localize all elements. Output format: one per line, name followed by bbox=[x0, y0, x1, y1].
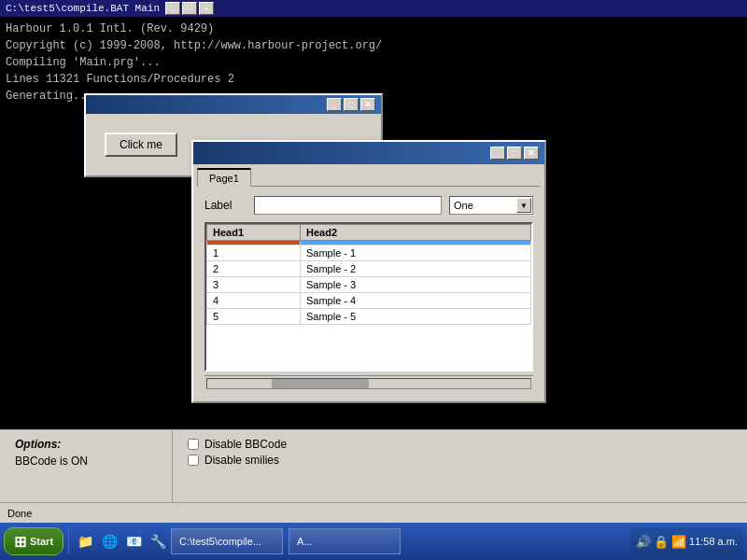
grid-cell: Sample - 2 bbox=[301, 261, 531, 277]
terminal-line-3: Compiling 'Main.prg'... bbox=[6, 54, 741, 71]
table-row[interactable]: 5 Sample - 5 bbox=[207, 309, 531, 325]
terminal-close-btn[interactable]: ✕ bbox=[199, 2, 214, 15]
terminal-line-4: Lines 11321 Functions/Procedures 2 bbox=[6, 71, 741, 88]
data-grid: Head1 Head2 1 Sample - 1 bbox=[206, 224, 531, 325]
status-text: Done bbox=[7, 508, 32, 519]
taskbar-icon-4[interactable]: 🔧 bbox=[147, 530, 169, 553]
grid-cell: 1 bbox=[207, 245, 301, 261]
grid-cell: Sample - 3 bbox=[301, 277, 531, 293]
taskbar-item-compile[interactable]: C:\test5\compile... bbox=[171, 528, 283, 554]
taskbar-separator bbox=[68, 528, 69, 554]
table-row[interactable]: 1 Sample - 1 bbox=[207, 245, 531, 261]
dialog-behind-restore-btn[interactable]: □ bbox=[344, 98, 359, 111]
status-bar: Done bbox=[0, 502, 747, 523]
tab-page1[interactable]: Page1 bbox=[197, 168, 251, 187]
taskbar-icon-3[interactable]: 📧 bbox=[122, 530, 145, 553]
dialog-main-restore-btn[interactable]: □ bbox=[507, 147, 522, 160]
start-label: Start bbox=[30, 536, 53, 547]
disable-bbcode-row: Disable BBCode bbox=[188, 438, 287, 451]
windows-logo-icon: ⊞ bbox=[14, 533, 26, 551]
dialog-main-controls: _ □ ✕ bbox=[490, 147, 539, 160]
terminal-title: C:\test5\compile.BAT Main bbox=[6, 3, 160, 14]
terminal-title-bar: C:\test5\compile.BAT Main _ □ ✕ bbox=[0, 0, 747, 17]
disable-smilies-label: Disable smilies bbox=[204, 454, 279, 467]
table-row[interactable]: 2 Sample - 2 bbox=[207, 261, 531, 277]
dropdown-select[interactable]: One Two Three bbox=[449, 196, 533, 215]
disable-smilies-row: Disable smilies bbox=[188, 454, 287, 467]
start-button[interactable]: ⊞ Start bbox=[4, 527, 63, 555]
table-row[interactable]: 4 Sample - 4 bbox=[207, 293, 531, 309]
grid-inner[interactable]: Head1 Head2 1 Sample - 1 bbox=[206, 224, 531, 370]
terminal-maximize-btn[interactable]: □ bbox=[182, 2, 197, 15]
terminal-line-2: Copyright (c) 1999-2008, http://www.harb… bbox=[6, 37, 741, 54]
network-icon: 🔊 bbox=[636, 535, 651, 549]
disable-bbcode-label: Disable BBCode bbox=[204, 438, 287, 451]
grid-container: Head1 Head2 1 Sample - 1 bbox=[204, 222, 533, 371]
dialog-main: _ □ ✕ Page1 Label One Two Three ▼ bbox=[191, 140, 546, 403]
taskbar-icon-2[interactable]: 🌐 bbox=[98, 530, 120, 553]
grid-cell: Sample - 5 bbox=[301, 309, 531, 325]
bbcode-status: BBCode is ON bbox=[15, 455, 157, 468]
system-tray: 🔊 🔒 📶 11:58 a.m. bbox=[630, 527, 743, 555]
terminal-output: Harbour 1.0.1 Intl. (Rev. 9429) Copyrigh… bbox=[6, 21, 741, 105]
form-row: Label One Two Three ▼ bbox=[197, 190, 541, 220]
dialog-main-minimize-btn[interactable]: _ bbox=[490, 147, 505, 160]
disable-bbcode-checkbox[interactable] bbox=[188, 439, 199, 450]
grid-col1-header: Head1 bbox=[207, 225, 301, 241]
dialog-behind-minimize-btn[interactable]: _ bbox=[327, 98, 342, 111]
dialog-main-title-bar: _ □ ✕ bbox=[193, 142, 544, 164]
options-title: Options: bbox=[15, 438, 157, 451]
click-me-button[interactable]: Click me bbox=[105, 133, 177, 157]
taskbar-item-2-label: A... bbox=[297, 536, 313, 547]
volume-icon: 🔒 bbox=[654, 535, 669, 549]
terminal-line-1: Harbour 1.0.1 Intl. (Rev. 9429) bbox=[6, 21, 741, 37]
grid-cell: 5 bbox=[207, 309, 301, 325]
grid-cell: Sample - 4 bbox=[301, 293, 531, 309]
terminal-minimize-btn[interactable]: _ bbox=[165, 2, 180, 15]
form-text-input[interactable] bbox=[254, 196, 442, 215]
horizontal-scrollbar[interactable] bbox=[204, 375, 533, 390]
form-label: Label bbox=[204, 199, 247, 212]
taskbar-item-2[interactable]: A... bbox=[289, 528, 401, 554]
dialog-main-body: Page1 Label One Two Three ▼ Hea bbox=[193, 164, 544, 401]
dialog-behind-controls: _ □ ✕ bbox=[327, 98, 375, 111]
table-row[interactable]: 3 Sample - 3 bbox=[207, 277, 531, 293]
taskbar-icon-1[interactable]: 📁 bbox=[74, 530, 96, 553]
dialog-behind-close-btn[interactable]: ✕ bbox=[360, 98, 375, 111]
dialog-main-close-btn[interactable]: ✕ bbox=[524, 147, 539, 160]
grid-cell: 3 bbox=[207, 277, 301, 293]
dialog-behind-title-bar: _ □ ✕ bbox=[86, 95, 381, 114]
security-icon: 📶 bbox=[671, 535, 686, 549]
options-section: Options: BBCode is ON bbox=[0, 430, 173, 504]
grid-cell: 4 bbox=[207, 293, 301, 309]
bottom-panel: Options: BBCode is ON Disable BBCode Dis… bbox=[0, 429, 747, 504]
grid-cell: 2 bbox=[207, 261, 301, 277]
grid-header-row: Head1 Head2 bbox=[207, 225, 531, 241]
disable-smilies-checkbox[interactable] bbox=[188, 455, 199, 466]
tab-strip: Page1 bbox=[197, 168, 541, 187]
taskbar: ⊞ Start 📁 🌐 📧 🔧 C:\test5\compile... A...… bbox=[0, 523, 747, 560]
grid-col2-header: Head2 bbox=[301, 225, 531, 241]
grid-cell: Sample - 1 bbox=[301, 245, 531, 261]
checkboxes-section: Disable BBCode Disable smilies bbox=[173, 430, 302, 504]
taskbar-item-label: C:\test5\compile... bbox=[179, 536, 261, 547]
dropdown-wrapper: One Two Three ▼ bbox=[449, 196, 533, 215]
clock: 11:58 a.m. bbox=[689, 536, 738, 547]
